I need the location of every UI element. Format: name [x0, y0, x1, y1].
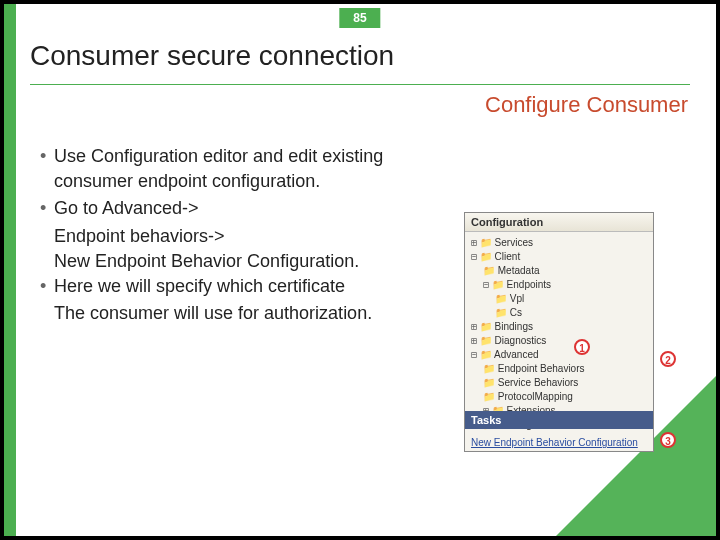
tree-node-endpoint-behaviors[interactable]: 📁 Endpoint Behaviors	[471, 362, 651, 376]
content-block: •Use Configuration editor and edit exist…	[40, 144, 470, 326]
panel-header: Configuration	[465, 213, 653, 232]
tree-node-bindings[interactable]: ⊞ 📁 Bindings	[471, 320, 651, 334]
config-tree: ⊞ 📁 Services ⊟ 📁 Client 📁 Metadata ⊟ 📁 E…	[465, 232, 653, 436]
folder-icon: 📁	[480, 349, 492, 360]
bullet-text: Here we will specify which certificate	[54, 274, 464, 299]
page-number-badge: 85	[339, 8, 380, 28]
accent-left-bar	[4, 4, 16, 536]
bullet-dot-icon: •	[40, 144, 54, 169]
folder-icon: 📁	[492, 279, 504, 290]
tasks-link-new-endpoint-behavior[interactable]: New Endpoint Behavior Configuration	[471, 437, 638, 448]
bullet-dot-icon: •	[40, 196, 54, 221]
tree-node-services[interactable]: ⊞ 📁 Services	[471, 236, 651, 250]
slide: 85 Consumer secure connection Configure …	[4, 4, 716, 536]
tree-node-cs[interactable]: 📁 Cs	[471, 306, 651, 320]
bullet-continuation: The consumer will use for authorization.	[40, 301, 470, 326]
bullet-dot-icon: •	[40, 274, 54, 299]
bullet-item: •Here we will specify which certificate	[40, 274, 470, 299]
tree-node-advanced[interactable]: ⊟ 📁 Advanced	[471, 348, 651, 362]
title-underline	[30, 84, 690, 85]
callout-badge-2: 2	[660, 351, 676, 367]
folder-icon: 📁	[495, 307, 507, 318]
slide-subtitle: Configure Consumer	[485, 92, 688, 118]
bullet-text: Go to Advanced->	[54, 196, 464, 221]
tree-node-service-behaviors[interactable]: 📁 Service Behaviors	[471, 376, 651, 390]
callout-badge-1: 1	[574, 339, 590, 355]
callout-badge-3: 3	[660, 432, 676, 448]
folder-icon: 📁	[483, 363, 495, 374]
folder-icon: 📁	[483, 377, 495, 388]
bullet-continuation: New Endpoint Behavior Configuration.	[40, 249, 470, 274]
tree-node-diagnostics[interactable]: ⊞ 📁 Diagnostics	[471, 334, 651, 348]
tree-node-endpoints[interactable]: ⊟ 📁 Endpoints	[471, 278, 651, 292]
bullet-continuation: Endpoint behaviors->	[40, 224, 470, 249]
tasks-header: Tasks	[465, 411, 653, 429]
tree-node-client[interactable]: ⊟ 📁 Client	[471, 250, 651, 264]
folder-icon: 📁	[480, 237, 492, 248]
folder-icon: 📁	[480, 251, 492, 262]
folder-icon: 📁	[483, 391, 495, 402]
bullet-item: •Use Configuration editor and edit exist…	[40, 144, 470, 194]
folder-icon: 📁	[483, 265, 495, 276]
folder-icon: 📁	[480, 321, 492, 332]
bullet-text: Use Configuration editor and edit existi…	[54, 144, 464, 194]
tree-node-protocolmapping[interactable]: 📁 ProtocolMapping	[471, 390, 651, 404]
folder-icon: 📁	[480, 335, 492, 346]
slide-title: Consumer secure connection	[30, 40, 394, 72]
tree-node-metadata[interactable]: 📁 Metadata	[471, 264, 651, 278]
folder-icon: 📁	[495, 293, 507, 304]
tree-node-vpl[interactable]: 📁 Vpl	[471, 292, 651, 306]
bullet-item: •Go to Advanced->	[40, 196, 470, 221]
config-editor-screenshot: Configuration ⊞ 📁 Services ⊟ 📁 Client 📁 …	[464, 212, 654, 452]
